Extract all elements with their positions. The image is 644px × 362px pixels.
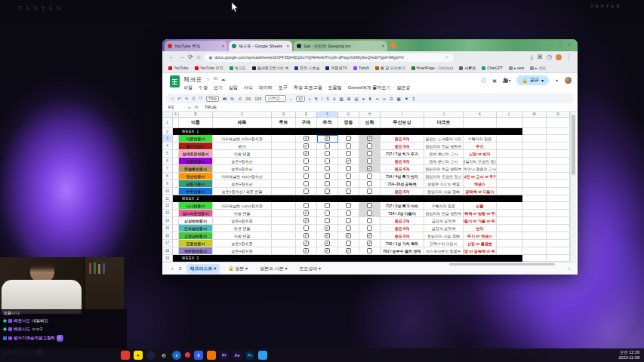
bookmark-item[interactable]: ChatGPT — [482, 66, 503, 70]
premiere-icon[interactable]: Pr — [220, 351, 229, 360]
name-cell[interactable]: 선증가몽키 — [179, 180, 213, 188]
scroll-tabs-icon[interactable]: ‹ — [569, 266, 570, 271]
checkbox-checked[interactable]: ✓ — [367, 136, 372, 141]
column-header-E[interactable]: E — [296, 112, 317, 118]
menu-수정[interactable]: 수정 — [199, 84, 208, 91]
checkbox-unchecked[interactable] — [367, 203, 372, 208]
italic-icon[interactable]: I — [322, 97, 323, 101]
notes-icon[interactable] — [258, 351, 267, 360]
more-vertical-icon[interactable]: ⋮ — [565, 51, 572, 63]
column-header-D[interactable]: D — [272, 112, 296, 118]
extensions-icon[interactable]: ⌘ — [537, 51, 543, 63]
column-header-C[interactable]: C — [213, 112, 272, 118]
gemini-sparkle-icon[interactable]: ✦ — [555, 78, 559, 83]
name-cell[interactable]: 신성반반몽키 — [179, 217, 213, 225]
menu-파일[interactable]: 파일 — [183, 84, 193, 91]
checkbox-checked[interactable]: ✓ — [304, 248, 309, 253]
tab-close-icon[interactable]: × — [221, 44, 224, 48]
checkbox-unchecked[interactable] — [325, 189, 330, 194]
chart-icon[interactable]: ▦ — [397, 97, 401, 101]
row-header-17[interactable]: 17 — [162, 240, 173, 247]
bookmark-item[interactable]: ▸ new — [509, 66, 524, 70]
checkbox-checked[interactable]: ✓ — [304, 233, 309, 238]
horizontal-scrollbar-thumb[interactable] — [449, 263, 555, 265]
all-sheets-button[interactable]: ≡ — [179, 266, 182, 271]
checkbox-unchecked[interactable] — [304, 166, 309, 171]
zoom-select[interactable]: 75% — [206, 96, 219, 102]
menu-삽입[interactable]: 삽입 — [229, 84, 238, 91]
rec-indicator-icon[interactable] — [185, 352, 190, 357]
number-format-icon[interactable]: 123 — [254, 97, 261, 101]
checkbox-unchecked[interactable] — [304, 225, 309, 231]
kakaotalk-icon[interactable]: ● — [134, 351, 143, 360]
name-cell[interactable]: 몰카반몽키 — [179, 143, 213, 150]
meet-camera-icon[interactable]: 🎥▾ — [503, 78, 511, 83]
checkbox-checked[interactable]: ✓ — [367, 166, 372, 171]
name-cell[interactable]: 고양냥반몽키 — [179, 232, 213, 240]
column-header-H[interactable]: H — [359, 112, 381, 118]
h-align-icon[interactable]: ≡ — [362, 97, 365, 101]
row-header-11[interactable]: 11 — [162, 195, 173, 202]
checkbox-checked[interactable]: ✓ — [325, 136, 330, 141]
bookmark-item[interactable]: ▸ 기타 — [530, 66, 546, 70]
checkbox-unchecked[interactable] — [367, 225, 372, 231]
search-icon[interactable]: ⌕ — [171, 96, 174, 101]
checkbox-checked[interactable]: ✓ — [346, 248, 351, 253]
formula-value[interactable]: TRUE — [205, 105, 217, 109]
sheet-tab[interactable]: 체크리스트 ▾ — [186, 264, 220, 274]
name-cell[interactable]: 아문반몽키 — [179, 135, 213, 143]
name-cell[interactable]: 문열룡반몽키 — [179, 165, 213, 173]
checkbox-unchecked[interactable] — [346, 210, 351, 216]
name-cell[interactable]: 직업반몽키 — [179, 158, 213, 165]
checkbox-checked[interactable]: ✓ — [346, 233, 351, 238]
checkbox-unchecked[interactable] — [325, 218, 330, 223]
checkbox-checked[interactable]: ✓ — [304, 210, 309, 216]
home-icon[interactable]: ⌂ — [197, 51, 201, 63]
checkbox-unchecked[interactable] — [367, 210, 372, 216]
column-header-I[interactable]: I — [381, 112, 424, 118]
checkbox-unchecked[interactable] — [346, 203, 351, 208]
menu-보기[interactable]: 보기 — [214, 84, 223, 91]
link-icon[interactable]: ∞ — [383, 97, 386, 101]
name-cell[interactable]: 연선반몽키 — [179, 173, 213, 180]
name-cell[interactable]: 모바일반몽키 — [179, 225, 213, 232]
fill-color-icon[interactable]: ▧ — [340, 97, 344, 101]
checkbox-unchecked[interactable] — [367, 158, 372, 164]
checkbox-unchecked[interactable] — [325, 143, 330, 149]
increase-decimal-icon[interactable]: .00 — [245, 97, 251, 101]
menu-데이터[interactable]: 데이터 — [259, 84, 273, 91]
column-header-K[interactable]: K — [464, 112, 497, 118]
checkbox-unchecked[interactable] — [325, 166, 330, 171]
menu-접근성[interactable]: 접근성 — [396, 84, 410, 91]
borders-icon[interactable]: ⊞ — [347, 97, 351, 101]
checkbox-unchecked[interactable] — [346, 173, 351, 179]
name-cell[interactable]: 부두반몽키 — [179, 188, 213, 195]
forward-arrow-icon[interactable]: → — [178, 51, 184, 63]
row-header-14[interactable]: 14 — [162, 217, 173, 225]
checkbox-unchecked[interactable] — [304, 203, 309, 208]
checkbox-unchecked[interactable] — [346, 241, 351, 246]
checkbox-unchecked[interactable] — [367, 248, 372, 253]
checkbox-unchecked[interactable] — [367, 181, 372, 186]
tab-close-icon[interactable]: × — [381, 44, 384, 48]
column-header-M[interactable]: M — [522, 112, 547, 118]
back-arrow-icon[interactable]: ← — [168, 51, 174, 63]
history-icon[interactable]: 🕘 — [481, 78, 487, 83]
obs-icon[interactable]: ◴ — [159, 351, 168, 360]
profile-avatar[interactable] — [556, 54, 562, 60]
checkbox-unchecked[interactable] — [304, 189, 309, 194]
checkbox-unchecked[interactable] — [346, 136, 351, 141]
photoshop-icon[interactable]: Ps — [245, 351, 254, 360]
window-minimize-icon[interactable]: — — [550, 42, 553, 47]
row-header-15[interactable]: 15 — [162, 225, 173, 232]
checkbox-unchecked[interactable] — [346, 151, 351, 156]
functions-icon[interactable]: Σ — [412, 97, 414, 101]
checkbox-unchecked[interactable] — [304, 181, 309, 186]
redo-icon[interactable]: ↷ — [185, 97, 189, 101]
row-header-9[interactable]: 9 — [162, 180, 173, 188]
checkbox-unchecked[interactable] — [367, 173, 372, 179]
chat-nickname[interactable]: 베로나도 — [14, 318, 30, 324]
chat-nickname[interactable]: 병수기계승직업고찰히 — [14, 336, 55, 341]
row-header-16[interactable]: 16 — [162, 232, 173, 240]
checkbox-checked[interactable]: ✓ — [325, 233, 330, 238]
